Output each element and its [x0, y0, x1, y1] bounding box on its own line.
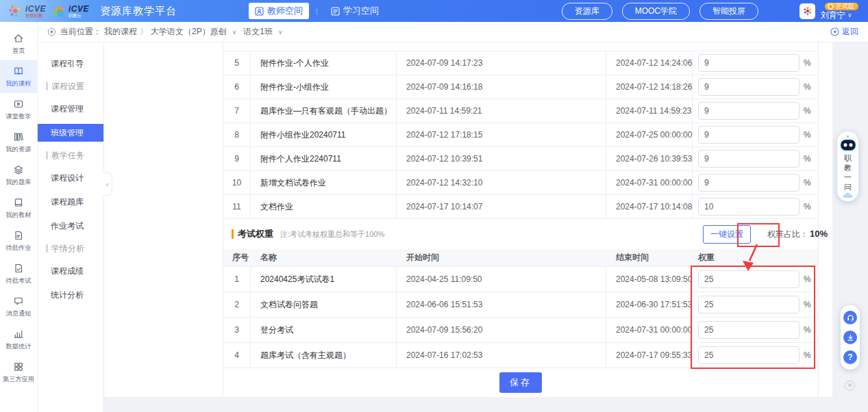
app-title: 资源库教学平台	[100, 5, 177, 18]
assignment-row: 5 附件作业-个人作业 2024-07-09 14:17:23 2024-07-…	[223, 51, 818, 75]
weight-input[interactable]	[698, 78, 799, 96]
submenu-section-teaching-tasks: 教学任务	[38, 148, 103, 163]
one-click-set-button[interactable]: 一键设置	[703, 225, 751, 244]
submenu-statistical-analysis[interactable]: 统计分析	[38, 286, 103, 304]
weight-input[interactable]	[698, 174, 799, 192]
submenu-course-guide[interactable]: 课程引导	[38, 55, 103, 73]
breadcrumb-course-select[interactable]: 大学语文（2P）原创	[151, 26, 227, 38]
sidebar-item-messages[interactable]: 消息通知	[0, 290, 37, 323]
sidebar-item-my-resources[interactable]: 我的资源	[0, 126, 37, 159]
percent-suffix: %	[804, 325, 811, 335]
submenu-homework-exam[interactable]: 作业考试	[38, 217, 103, 235]
start-time: 2024-07-17 10:14:07	[397, 195, 606, 218]
sidebar-item-my-textbooks[interactable]: 我的教材	[0, 192, 37, 224]
submenu-class-management[interactable]: 班级管理	[38, 124, 103, 142]
breadcrumb-separator: 〉	[140, 26, 148, 38]
submenu-course-scores[interactable]: 课程成绩	[38, 262, 103, 280]
weight-input[interactable]	[698, 198, 799, 216]
download-button[interactable]	[843, 331, 857, 344]
sidebar-item-pending-exams[interactable]: 待批考试	[0, 257, 37, 290]
start-time: 2024-07-09 15:56:20	[397, 318, 606, 342]
medal-icon: ★	[828, 3, 834, 10]
exam-weight-input[interactable]	[698, 346, 799, 364]
message-bubble-icon	[13, 296, 24, 307]
submenu-collapse-handle[interactable]: «	[103, 172, 112, 196]
customer-service-button[interactable]	[843, 311, 857, 324]
nav-student-space[interactable]: 学习空间	[325, 3, 385, 19]
assignment-name: 附件作业-个人作业	[251, 51, 397, 75]
end-time: 2024-07-17 10:14:08	[606, 195, 693, 218]
percent-suffix: %	[804, 274, 811, 284]
col-header-name: 名称	[251, 252, 397, 263]
end-time: 2024-07-11 14:59:23	[606, 99, 693, 123]
breadcrumb-my-courses[interactable]: 我的课程	[104, 26, 137, 38]
percent-suffix: %	[804, 202, 811, 211]
shell-logo-icon	[51, 3, 66, 18]
document-lines-icon	[13, 230, 24, 241]
logo1-subtext: 智慧职教	[25, 13, 44, 17]
assignment-name: 新增文档试卷作业	[251, 171, 397, 194]
submenu-course-question-bank[interactable]: 课程题库	[38, 193, 103, 211]
sidebar-item-third-party-apps[interactable]: 第三方应用	[0, 356, 37, 389]
breadcrumb-class-select[interactable]: 语文1班	[243, 26, 273, 38]
assignment-row: 7 题库作业—只有客观题（手动出题） 2024-07-11 14:59:21 2…	[223, 99, 818, 123]
weight-input[interactable]	[698, 126, 799, 144]
assignment-row: 8 附件小组作业20240711 2024-07-12 17:18:15 202…	[223, 123, 818, 147]
exam-weight-input[interactable]	[698, 270, 799, 288]
sidebar-item-my-courses[interactable]: 我的课程	[0, 60, 37, 93]
course-chevron-down-icon[interactable]: ∨	[232, 29, 237, 36]
start-time: 2024-07-12 14:32:10	[397, 171, 606, 194]
start-time: 2024-06-06 15:51:53	[397, 292, 606, 317]
collapse-up-icon[interactable]: ▲	[845, 133, 850, 138]
logo2-text: iCVE	[69, 5, 89, 13]
ai-assistant-widget[interactable]: ▲ 职教一问	[837, 131, 858, 201]
exam-table-header: 序号 名称 开始时间 结束时间 权重	[223, 249, 818, 267]
class-chevron-down-icon[interactable]: ∨	[278, 29, 283, 36]
sidebar-item-classroom-teaching[interactable]: 课堂教学	[0, 93, 37, 126]
row-no: 8	[223, 123, 251, 146]
bar-chart-icon	[13, 329, 24, 339]
assignment-name: 附件小组作业20240711	[251, 123, 397, 146]
start-time: 2024-07-12 10:39:51	[397, 147, 606, 170]
weight-input[interactable]	[698, 102, 799, 120]
percent-suffix: %	[804, 300, 811, 309]
location-icon	[47, 27, 56, 36]
end-time: 2024-07-12 14:24:06	[606, 51, 693, 75]
end-time: 2024-07-25 00:00:00	[606, 123, 693, 146]
sidebar-item-pending-homework[interactable]: 待批作业	[0, 224, 37, 257]
exam-weight-input[interactable]	[698, 321, 799, 339]
assignment-row: 6 附件作业-小组作业 2024-07-09 14:16:18 2024-07-…	[223, 75, 818, 99]
col-header-no: 序号	[223, 252, 251, 263]
row-no: 1	[223, 267, 251, 292]
app-chip-icon[interactable]	[799, 3, 815, 19]
cloud-icon	[841, 192, 856, 198]
save-row: 保存	[223, 368, 818, 397]
exam-weight-input[interactable]	[698, 296, 799, 313]
robot-icon	[840, 138, 856, 152]
weight-input[interactable]	[698, 150, 799, 168]
assignment-row: 11 文档作业 2024-07-17 10:14:07 2024-07-17 1…	[223, 195, 818, 219]
assignment-row: 10 新增文档试卷作业 2024-07-12 14:32:10 2024-07-…	[223, 171, 818, 195]
mini-swirl-icon	[802, 5, 813, 16]
sidebar-item-my-question-bank[interactable]: 我的题库	[0, 159, 37, 192]
nav-teacher-space[interactable]: 教师空间	[249, 3, 309, 19]
weight-input[interactable]	[698, 54, 799, 72]
smart-cast-button[interactable]: 智能投屏	[699, 3, 758, 20]
resource-library-button[interactable]: 资源库	[562, 3, 612, 20]
mooc-academy-button[interactable]: MOOC学院	[622, 3, 690, 20]
submenu-course-management[interactable]: 课程管理	[38, 100, 103, 118]
sidebar-item-data-statistics[interactable]: 数据统计	[0, 323, 37, 356]
logo2-subtext: 职教云	[69, 13, 87, 17]
save-button[interactable]: 保存	[499, 372, 542, 393]
sidebar-item-home[interactable]: 首页	[0, 27, 37, 60]
main-content-panel: 5 附件作业-个人作业 2024-07-09 14:17:23 2024-07-…	[104, 42, 832, 397]
help-button[interactable]: ?	[843, 350, 857, 364]
top-header: iCVE 智慧职教 iCVE 职教云 资源库教学平台 教师空间 |	[0, 0, 868, 22]
logo1-text: iCVE	[25, 5, 46, 13]
back-button[interactable]: 返回	[830, 26, 858, 38]
submenu-course-design[interactable]: 课程设计	[38, 169, 103, 187]
exam-weight-section-header: 考试权重 注:考试考核权重总和等于100% 一键设置 权重占比：10%	[223, 219, 818, 249]
user-menu[interactable]: 刘育宁 ∨	[821, 11, 852, 19]
close-dock-icon[interactable]: ✕	[845, 381, 855, 391]
col-header-end: 结束时间	[606, 252, 693, 263]
